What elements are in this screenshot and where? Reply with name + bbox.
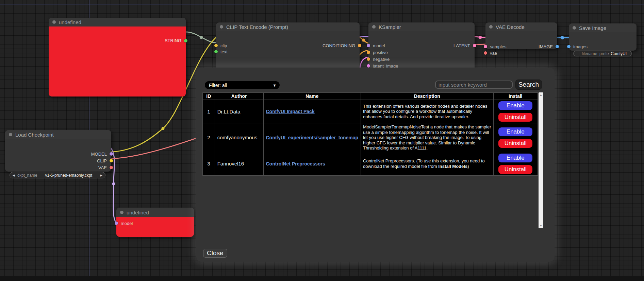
node-title-bar[interactable]: undefined	[49, 18, 186, 27]
input-port-text[interactable]	[214, 50, 218, 53]
extension-row: 3Fannovel16ControlNet PreprocessorsContr…	[203, 152, 538, 175]
comfyui-canvas: undefined STRING CLIP Text Encode (Promp…	[0, 0, 644, 281]
cell-id: 1	[203, 100, 215, 123]
column-header-name: Name	[263, 93, 361, 100]
output-port-model[interactable]	[110, 152, 113, 156]
scroll-up-icon[interactable]: ▲	[540, 92, 542, 98]
cell-author: Fannovel16	[215, 152, 263, 175]
uninstall-button[interactable]: Uninstall	[498, 113, 532, 122]
extension-link[interactable]: ComfyUI_experiments/sampler_tonemap	[266, 135, 359, 140]
column-header-description: Description	[361, 93, 493, 100]
node-save-image[interactable]: Save Image images filename_prefix ComfyU…	[569, 23, 637, 51]
chevron-down-icon: ▾	[274, 83, 276, 88]
extension-table-zone: IDAuthorNameDescriptionInstall 1Dr.Lt.Da…	[202, 92, 543, 228]
filename-prefix-widget[interactable]: filename_prefix ComfyUI	[573, 51, 632, 56]
column-header-author: Author	[215, 93, 263, 100]
input-label-images: images	[573, 45, 588, 49]
uninstall-button[interactable]: Uninstall	[498, 165, 532, 174]
close-button[interactable]: Close	[203, 249, 227, 258]
node-status-dot	[372, 25, 376, 29]
input-port-vae[interactable]	[484, 51, 487, 55]
node-title: VAE Decode	[496, 24, 525, 30]
output-label-image: IMAGE	[539, 45, 553, 49]
output-port-string[interactable]	[184, 39, 187, 42]
cell-id: 2	[203, 123, 215, 152]
filename-prefix-value: ComfyUI	[611, 51, 627, 56]
enable-button[interactable]: Enable	[498, 127, 532, 136]
enable-button[interactable]: Enable	[498, 154, 532, 162]
extension-row: 2comfyanonymousComfyUI_experiments/sampl…	[203, 123, 538, 152]
node-title-bar[interactable]: KSampler	[368, 22, 475, 31]
output-label-vae: VAE	[98, 165, 107, 170]
scroll-down-icon[interactable]: ▼	[540, 223, 542, 228]
prev-arrow-icon[interactable]: ◀	[13, 174, 15, 177]
output-port-conditioning[interactable]	[358, 44, 361, 47]
search-input[interactable]	[435, 81, 513, 89]
cell-description: This extension offers various detector n…	[361, 100, 493, 123]
output-port-vae[interactable]	[110, 166, 113, 169]
node-title: undefined	[127, 210, 149, 215]
input-label-samples: samples	[490, 45, 506, 49]
input-port-images[interactable]	[567, 45, 571, 48]
node-vae-decode[interactable]: VAE Decode samples vae IMAGE	[485, 22, 557, 49]
node-title: KSampler	[379, 24, 401, 30]
node-undefined-bottom[interactable]: undefined model	[116, 208, 194, 237]
node-ksampler[interactable]: KSampler model positive negative latent_…	[368, 22, 475, 73]
node-title: Load Checkpoint	[15, 132, 54, 138]
output-label-latent: LATENT	[453, 43, 470, 48]
input-port-latent-image[interactable]	[367, 64, 370, 68]
node-title-bar[interactable]: VAE Decode	[485, 22, 557, 31]
description-text: )	[467, 164, 469, 169]
output-port-clip[interactable]	[110, 159, 113, 162]
output-port-latent[interactable]	[473, 44, 476, 47]
cell-name: ControlNet Preprocessors	[263, 152, 361, 175]
cell-description: ControlNet Preprocessors. (To use this e…	[361, 152, 493, 175]
node-status-dot	[9, 133, 12, 136]
cell-install: EnableUninstall	[493, 100, 538, 123]
node-title-bar[interactable]: Save Image	[569, 23, 637, 32]
ckpt-name-label: ckpt_name	[17, 173, 37, 178]
extension-link[interactable]: ControlNet Preprocessors	[266, 161, 325, 166]
extension-link[interactable]: ComfyUI Impact Pack	[266, 109, 315, 114]
filename-prefix-label: filename_prefix	[582, 51, 609, 56]
ckpt-name-value: v1-5-pruned-emaonly.ckpt	[45, 173, 93, 178]
input-port-negative[interactable]	[367, 57, 370, 61]
node-title-bar[interactable]: CLIP Text Encode (Prompt)	[216, 22, 360, 31]
manager-dialog: Filter: all ▾ Search IDAuthorNameDescrip…	[196, 68, 555, 262]
description-text: ModelSamplerTonemapNoiseTest a node that…	[363, 124, 491, 151]
search-button[interactable]: Search	[515, 80, 542, 90]
input-label-text: text	[220, 50, 228, 54]
cell-install: EnableUninstall	[493, 123, 538, 152]
ckpt-name-widget[interactable]: ◀ ckpt_name v1-5-pruned-emaonly.ckpt ▶	[10, 172, 105, 178]
cell-author: Dr.Lt.Data	[215, 100, 263, 123]
table-header-row: IDAuthorNameDescriptionInstall	[203, 93, 538, 100]
description-text: This extension offers various detector n…	[363, 104, 487, 119]
extension-table: IDAuthorNameDescriptionInstall 1Dr.Lt.Da…	[202, 92, 538, 176]
node-title: CLIP Text Encode (Prompt)	[226, 24, 288, 30]
node-title: undefined	[59, 19, 81, 25]
input-label-model: model	[373, 43, 385, 48]
input-port-positive[interactable]	[367, 51, 370, 54]
node-status-dot	[220, 25, 223, 29]
filter-dropdown[interactable]: Filter: all ▾	[205, 81, 280, 89]
table-scrollbar[interactable]: ▲ ▼	[539, 92, 543, 228]
uninstall-button[interactable]: Uninstall	[498, 139, 532, 148]
input-label-positive: positive	[373, 50, 388, 55]
input-port-model[interactable]	[115, 222, 118, 225]
cell-name: ComfyUI_experiments/sampler_tonemap	[263, 123, 361, 152]
node-clip-text-encode[interactable]: CLIP Text Encode (Prompt) clip text COND…	[216, 22, 360, 73]
node-title-bar[interactable]: undefined	[116, 208, 194, 217]
output-port-image[interactable]	[556, 45, 559, 48]
cell-install: EnableUninstall	[493, 152, 538, 175]
input-port-model[interactable]	[367, 44, 370, 47]
node-load-checkpoint[interactable]: Load Checkpoint MODEL CLIP VAE ◀ ckpt_na…	[5, 130, 111, 172]
node-undefined-top[interactable]: undefined STRING	[49, 18, 186, 96]
enable-button[interactable]: Enable	[498, 101, 532, 110]
next-arrow-icon[interactable]: ▶	[100, 174, 102, 177]
node-status-dot	[52, 20, 56, 24]
node-title-bar[interactable]: Load Checkpoint	[5, 130, 111, 139]
input-port-clip[interactable]	[214, 44, 218, 47]
output-label-string: STRING	[165, 38, 181, 43]
cell-description: ModelSamplerTonemapNoiseTest a node that…	[361, 123, 493, 152]
input-port-samples[interactable]	[484, 45, 487, 48]
